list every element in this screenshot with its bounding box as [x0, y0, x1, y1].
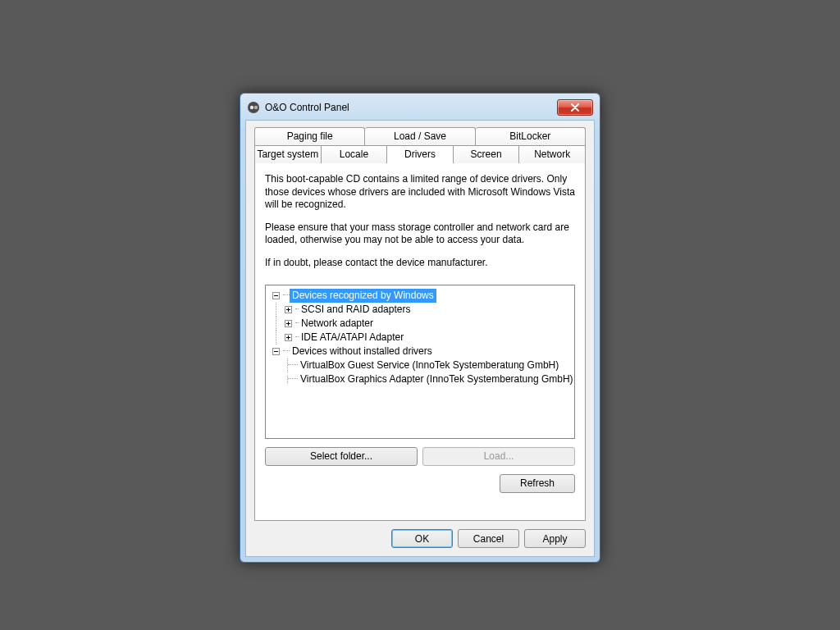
- tree-item-label[interactable]: VirtualBox Graphics Adapter (InnoTek Sys…: [298, 372, 575, 386]
- refresh-row: Refresh: [265, 474, 575, 493]
- refresh-button[interactable]: Refresh: [500, 474, 575, 493]
- tab-locale[interactable]: Locale: [322, 145, 388, 163]
- apply-button[interactable]: Apply: [524, 529, 586, 548]
- tab-network[interactable]: Network: [519, 145, 586, 163]
- tree-item[interactable]: Network adapter: [267, 317, 573, 331]
- tab-bitlocker[interactable]: BitLocker: [476, 127, 586, 145]
- tree-item[interactable]: VirtualBox Graphics Adapter (InnoTek Sys…: [267, 372, 573, 386]
- tree-item-label[interactable]: VirtualBox Guest Service (InnoTek System…: [298, 358, 561, 372]
- device-tree[interactable]: Devices recognized by Windows SCSI and R…: [265, 285, 575, 439]
- svg-point-2: [254, 106, 258, 109]
- tab-target-system[interactable]: Target system: [254, 145, 322, 163]
- folder-load-row: Select folder... Load...: [265, 447, 575, 466]
- window-title: O&O Control Panel: [265, 102, 557, 113]
- svg-point-1: [250, 106, 253, 109]
- tree-label-recognized[interactable]: Devices recognized by Windows: [290, 289, 436, 303]
- tab-load-save[interactable]: Load / Save: [365, 127, 475, 145]
- plus-icon[interactable]: [285, 334, 292, 341]
- desc-p3: If in doubt, please contact the device m…: [265, 257, 575, 270]
- description-text: This boot-capable CD contains a limited …: [265, 173, 575, 280]
- tab-drivers[interactable]: Drivers: [387, 145, 454, 163]
- tree-item[interactable]: IDE ATA/ATAPI Adapter: [267, 331, 573, 345]
- tree-label-missing[interactable]: Devices without installed drivers: [290, 345, 435, 358]
- cancel-button[interactable]: Cancel: [458, 529, 519, 548]
- tab-paging-file[interactable]: Paging file: [254, 127, 365, 145]
- close-icon: [570, 103, 580, 112]
- desc-p2: Please ensure that your mass storage con…: [265, 221, 575, 247]
- tree-root-missing[interactable]: Devices without installed drivers: [267, 345, 573, 358]
- load-button[interactable]: Load...: [422, 447, 575, 466]
- titlebar[interactable]: O&O Control Panel: [245, 98, 595, 120]
- plus-icon[interactable]: [285, 306, 292, 313]
- tree-item[interactable]: VirtualBox Guest Service (InnoTek System…: [267, 358, 573, 372]
- tab-strip: Paging file Load / Save BitLocker Target…: [254, 127, 586, 163]
- desc-p1: This boot-capable CD contains a limited …: [265, 173, 575, 212]
- tree-item[interactable]: SCSI and RAID adapters: [267, 303, 573, 317]
- tree-item-label[interactable]: IDE ATA/ATAPI Adapter: [299, 331, 406, 345]
- minus-icon[interactable]: [272, 348, 280, 355]
- tab-screen[interactable]: Screen: [454, 145, 520, 163]
- plus-icon[interactable]: [285, 320, 292, 327]
- tree-root-recognized[interactable]: Devices recognized by Windows: [267, 289, 573, 303]
- tree-item-label[interactable]: Network adapter: [299, 317, 376, 331]
- app-icon: [247, 101, 260, 114]
- select-folder-button[interactable]: Select folder...: [265, 447, 418, 466]
- client-area: Paging file Load / Save BitLocker Target…: [245, 120, 595, 557]
- ok-button[interactable]: OK: [391, 529, 453, 548]
- tab-page-drivers: This boot-capable CD contains a limited …: [254, 162, 586, 521]
- minus-icon[interactable]: [272, 292, 280, 299]
- dialog-window: O&O Control Panel Paging file Load / Sav…: [240, 93, 600, 563]
- dialog-footer: OK Cancel Apply: [254, 521, 586, 548]
- close-button[interactable]: [557, 99, 593, 116]
- tree-item-label[interactable]: SCSI and RAID adapters: [299, 303, 413, 317]
